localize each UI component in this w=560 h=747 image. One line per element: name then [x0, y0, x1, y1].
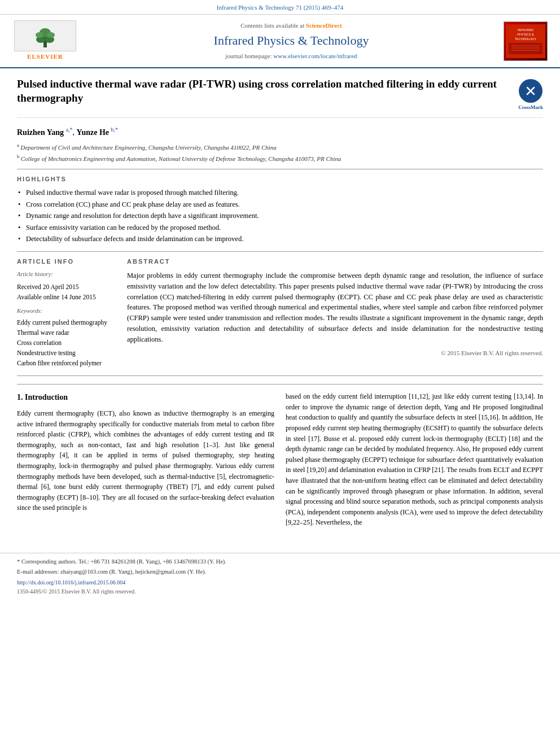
divider-1 — [17, 169, 543, 169]
divider-2 — [17, 251, 543, 252]
journal-cover-image: INFRARED PHYSICS & TECHNOLOGY — [504, 21, 548, 61]
body-section: 1. Introduction Eddy current thermograph… — [17, 384, 543, 532]
svg-text:PHYSICS &: PHYSICS & — [517, 33, 534, 36]
body-text-left: Eddy current thermography (ECT), also kn… — [17, 408, 274, 513]
highlights-section: HIGHLIGHTS Pulsed inductive thermal wave… — [17, 175, 543, 244]
body-two-col: 1. Introduction Eddy current thermograph… — [17, 391, 543, 532]
svg-point-6 — [47, 32, 55, 38]
affil-1-text: Department of Civil and Architecture Eng… — [20, 143, 277, 150]
keyword-4: Nondestructive testing — [17, 348, 116, 357]
keyword-5: Carbon fibre reinforced polymer — [17, 359, 116, 368]
article-info: ARTICLE INFO Article history: Received 2… — [17, 257, 116, 368]
section-title: 1. Introduction — [17, 391, 274, 404]
keyword-1: Eddy current pulsed thermography — [17, 318, 116, 327]
elsevier-name: ELSEVIER — [27, 53, 63, 61]
citation-text: Infrared Physics & Technology 71 (2015) … — [217, 4, 344, 11]
abstract-label: ABSTRACT — [127, 257, 543, 266]
article-info-col: ARTICLE INFO Article history: Received 2… — [17, 257, 116, 369]
journal-homepage: journal homepage: www.elsevier.com/locat… — [85, 52, 498, 60]
body-text-right: based on the eddy current field interrup… — [286, 391, 543, 528]
section-number: 1. — [17, 393, 23, 401]
svg-rect-11 — [509, 43, 542, 54]
available-date: Available online 14 June 2015 — [17, 292, 116, 302]
main-content: Pulsed inductive thermal wave radar (PI-… — [0, 68, 560, 544]
highlight-item-3: Dynamic range and resolution for detecti… — [17, 211, 543, 221]
crossmark-badge[interactable]: CrossMark — [518, 79, 543, 111]
contents-line: Contents lists available at ScienceDirec… — [85, 21, 498, 30]
body-col-right: based on the eddy current field interrup… — [286, 391, 543, 532]
journal-header-center: Contents lists available at ScienceDirec… — [85, 21, 498, 61]
received-date: Received 20 April 2015 — [17, 282, 116, 291]
article-title: Pulsed inductive thermal wave radar (PI-… — [17, 77, 510, 106]
contents-text: Contents lists available at — [240, 22, 304, 29]
copyright: © 2015 Elsevier B.V. All rights reserved… — [127, 349, 543, 357]
issn-line: 1350-4495/© 2015 Elsevier B.V. All right… — [17, 588, 543, 596]
affiliation-1: a Department of Civil and Architecture E… — [17, 142, 543, 152]
highlight-item-4: Surface emissivity variation can be redu… — [17, 223, 543, 233]
intro-para-1: Eddy current thermography (ECT), also kn… — [17, 408, 274, 513]
journal-header-left: ELSEVIER — [11, 20, 79, 61]
journal-citation: Infrared Physics & Technology 71 (2015) … — [0, 0, 560, 15]
journal-header: ELSEVIER Contents lists available at Sci… — [0, 15, 560, 68]
highlight-item-1: Pulsed inductive thermal wave radar is p… — [17, 188, 543, 198]
keyword-2: Thermal wave radar — [17, 328, 116, 337]
author-1-sup: a,* — [66, 126, 73, 133]
keyword-3: Cross correlation — [17, 338, 116, 347]
affil-2-text: College of Mechatronics Engineering and … — [21, 155, 342, 161]
highlight-item-2: Cross correlation (CC) phase and CC peak… — [17, 200, 543, 210]
article-title-section: Pulsed inductive thermal wave radar (PI-… — [17, 77, 543, 119]
affiliation-2: b College of Mechatronics Engineering an… — [17, 153, 543, 163]
svg-text:INFRARED: INFRARED — [518, 28, 533, 32]
elsevier-logo: ELSEVIER — [11, 20, 79, 61]
homepage-prefix: journal homepage: — [225, 53, 273, 59]
author-2: Yunze He — [77, 128, 109, 137]
crossmark-icon — [519, 79, 542, 103]
crossmark-label: CrossMark — [518, 104, 543, 111]
journal-title: Infrared Physics & Technology — [85, 32, 498, 50]
journal-cover: INFRARED PHYSICS & TECHNOLOGY — [504, 21, 549, 61]
sciencedirect-link[interactable]: ScienceDirect — [306, 22, 342, 29]
svg-point-5 — [36, 32, 43, 38]
abstract-text: Major problems in eddy current thermogra… — [127, 270, 543, 344]
article-info-label: ARTICLE INFO — [17, 257, 116, 266]
info-abstract-section: ARTICLE INFO Article history: Received 2… — [17, 257, 543, 376]
page-footer: * Corresponding authors. Tel.: +86 731 8… — [0, 553, 560, 601]
svg-text:TECHNOLOGY: TECHNOLOGY — [515, 37, 537, 41]
homepage-url[interactable]: www.elsevier.com/locate/infrared — [273, 53, 357, 59]
intro-para-2: based on the eddy current field interrup… — [286, 391, 543, 528]
keywords-label: Keywords: — [17, 307, 116, 316]
author-2-sup: b,* — [111, 126, 119, 133]
email-note: E-mail addresses: zhaiyang@163.com (R. Y… — [17, 568, 543, 576]
highlight-item-5: Detectability of subsurface defects and … — [17, 234, 543, 244]
doi-link[interactable]: http://dx.doi.org/10.1016/j.infrared.201… — [17, 579, 543, 587]
authors-line: Ruizhen Yang a,*, Yunze He b,* — [17, 126, 543, 138]
section-heading: Introduction — [25, 393, 68, 401]
history-label: Article history: — [17, 270, 116, 279]
affiliations: a Department of Civil and Architecture E… — [17, 142, 543, 163]
affil-letter-b: b — [17, 154, 21, 159]
highlights-list: Pulsed inductive thermal wave radar is p… — [17, 188, 543, 244]
elsevier-logo-image — [14, 20, 76, 51]
keywords-section: Keywords: Eddy current pulsed thermograp… — [17, 307, 116, 368]
author-1: Ruizhen Yang — [17, 128, 64, 137]
highlights-label: HIGHLIGHTS — [17, 175, 543, 184]
body-col-left: 1. Introduction Eddy current thermograph… — [17, 391, 274, 532]
corresponding-note: * Corresponding authors. Tel.: +86 731 8… — [17, 558, 543, 566]
abstract-col: ABSTRACT Major problems in eddy current … — [127, 257, 543, 369]
